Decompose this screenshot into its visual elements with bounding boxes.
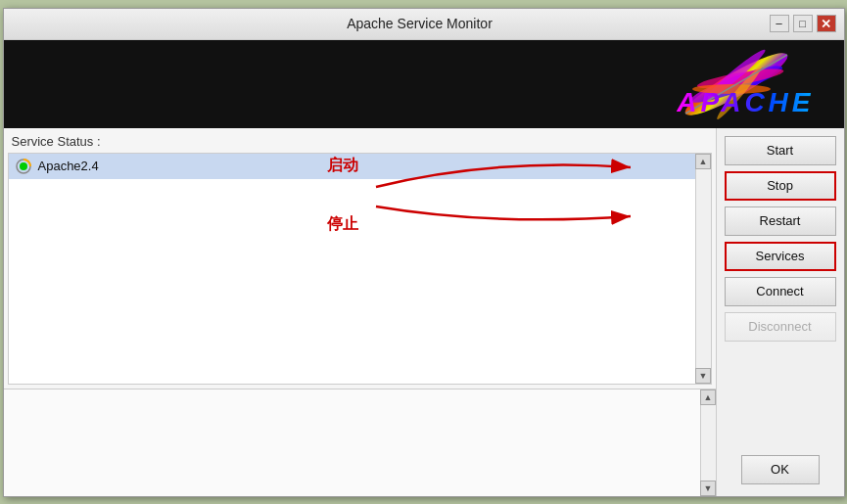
log-scroll-down[interactable]: ▼ [700,481,716,496]
start-button[interactable]: Start [725,136,836,165]
service-status-label: Service Status : [4,128,716,153]
right-panel: Start Stop Restart Services Connect Disc… [717,128,844,496]
minimize-button[interactable]: − [770,15,789,32]
svg-point-8 [20,162,27,170]
close-button[interactable]: ✕ [817,15,836,32]
window-title: Apache Service Monitor [71,16,770,31]
disconnect-button: Disconnect [725,312,836,342]
titlebar-controls: − □ ✕ [770,15,836,32]
restart-button[interactable]: Restart [725,206,836,236]
main-window: Apache Service Monitor − □ ✕ [3,8,845,497]
apache-text: APACHE [677,87,814,118]
titlebar: Apache Service Monitor − □ ✕ [4,9,844,40]
scroll-up-arrow[interactable]: ▲ [695,154,711,169]
service-status-icon [15,158,32,175]
scroll-track[interactable] [696,169,711,368]
service-name: Apache2.4 [38,159,99,173]
ok-button[interactable]: OK [741,455,820,484]
log-scroll-up[interactable]: ▲ [700,389,716,405]
log-panel: ▲ ▼ [4,389,716,496]
scroll-down-arrow[interactable]: ▼ [695,368,711,384]
log-scrollbar[interactable]: ▲ ▼ [700,389,716,496]
service-list: Apache2.4 ▲ ▼ [8,153,712,385]
service-item[interactable]: Apache2.4 [9,154,711,179]
maximize-button[interactable]: □ [793,15,813,32]
services-button[interactable]: Services [725,242,836,271]
main-content: Service Status : Apache2.4 [4,128,844,496]
left-panel: Service Status : Apache2.4 [4,128,717,496]
stop-button[interactable]: Stop [725,171,836,201]
log-scroll-track[interactable] [701,405,716,481]
connect-button[interactable]: Connect [725,277,836,306]
apache-banner: APACHE [4,40,844,128]
content-area: APACHE Service Status : [4,40,844,496]
service-list-scrollbar[interactable]: ▲ ▼ [695,154,711,384]
